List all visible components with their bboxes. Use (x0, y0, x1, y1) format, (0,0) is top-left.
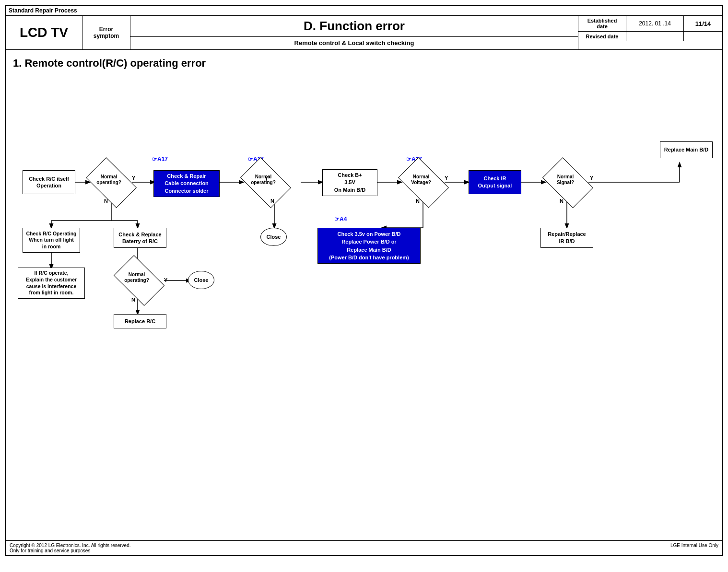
label-y5: Y (590, 175, 593, 181)
replace-main-bd-box: Replace Main B/D (660, 141, 713, 158)
diamond-normal-voltage-wrap: NormalVoltage? (399, 169, 447, 196)
diamond-normal-op2 (114, 255, 164, 306)
label-y4: Y (445, 175, 448, 181)
diamond-normal-voltage (398, 157, 449, 208)
label-n3: N (270, 198, 274, 204)
diamond-normal-op3 (240, 157, 291, 208)
replace-rc-box: Replace R/C (114, 314, 166, 328)
if-rc-operate-box: If R/C operate,Explain the customercause… (18, 268, 85, 299)
header-page: 11/14 (684, 16, 722, 31)
footer-copyright: Copyright © 2012 LG Electronics. Inc. Al… (10, 543, 130, 553)
section-title: 1. Remote control(R/C) operating error (13, 57, 715, 70)
label-n4: N (416, 198, 420, 204)
check-replace-bat-box: Check & ReplaceBaterry of R/C (114, 228, 166, 248)
content-area: 1. Remote control(R/C) operating error (6, 50, 722, 481)
label-y2: Y (164, 277, 167, 283)
footer: Copyright © 2012 LG Electronics. Inc. Al… (6, 540, 722, 555)
close2-oval: Close (188, 271, 214, 289)
header-error-symptom: Errorsymptom (82, 16, 130, 49)
diamond-normal-op1 (86, 157, 137, 208)
diamond-normal-op2-wrap: Normaloperating? (115, 266, 163, 295)
header-main: D. Function error Remote control & Local… (130, 16, 578, 49)
header-row: LCD TV Errorsymptom D. Function error Re… (6, 16, 722, 50)
header-right: Establisheddate 2012. 01 .14 11/14 Revis… (578, 16, 722, 49)
flowchart: Check R/C itself Operation Normaloperati… (13, 79, 715, 391)
header-established-label: Establisheddate (578, 16, 626, 31)
header-established-value: 2012. 01 .14 (626, 16, 684, 31)
diamond-normal-op3-wrap: Normaloperating? (242, 169, 290, 196)
diamond-normal-op1-wrap: Normaloperating? (87, 169, 135, 196)
diamond-normal-signal (542, 157, 593, 208)
check-rc-box: Check R/C itself Operation (23, 170, 75, 194)
header-revised-label: Revised date (578, 32, 626, 41)
check-ir-box: Check IROutput signal (469, 170, 521, 194)
footer-internal: LGE Internal Use Only (670, 543, 718, 553)
header-lcd-tv: LCD TV (6, 16, 82, 49)
close1-oval: Close (260, 228, 287, 246)
check-rc-light-box: Check R/C OperatingWhen turn off lightin… (23, 228, 80, 253)
check-bplus-box: Check B+3.5VOn Main B/D (322, 169, 377, 196)
outer-border: Standard Repair Process LCD TV Errorsymp… (5, 5, 723, 556)
repair-replace-ir-box: Repair/ReplaceIR B/D (540, 228, 593, 248)
label-y1: Y (132, 175, 135, 181)
check-a4-box: Check 3.5v on Power B/DReplace Power B/D… (317, 228, 421, 264)
diamond-normal-signal-wrap: NormalSignal? (544, 169, 592, 196)
label-n5: N (560, 198, 564, 204)
header-revised-value (626, 32, 684, 41)
check-repair-box: Check & RepairCable connectionConnector … (153, 170, 220, 197)
label-n1: N (104, 198, 108, 204)
header-remote-checking: Remote control & Local switch checking (130, 37, 578, 49)
ref-a4: ☞A4 (334, 216, 347, 222)
ref-a17-1: ☞A17 (152, 156, 168, 163)
header-established: Establisheddate 2012. 01 .14 11/14 (578, 16, 722, 32)
header-revised: Revised date (578, 32, 722, 41)
header-function-error: D. Function error (130, 16, 578, 37)
header-standard-repair: Standard Repair Process (6, 6, 722, 16)
label-y3: Y (265, 175, 268, 181)
label-n2: N (131, 297, 135, 303)
